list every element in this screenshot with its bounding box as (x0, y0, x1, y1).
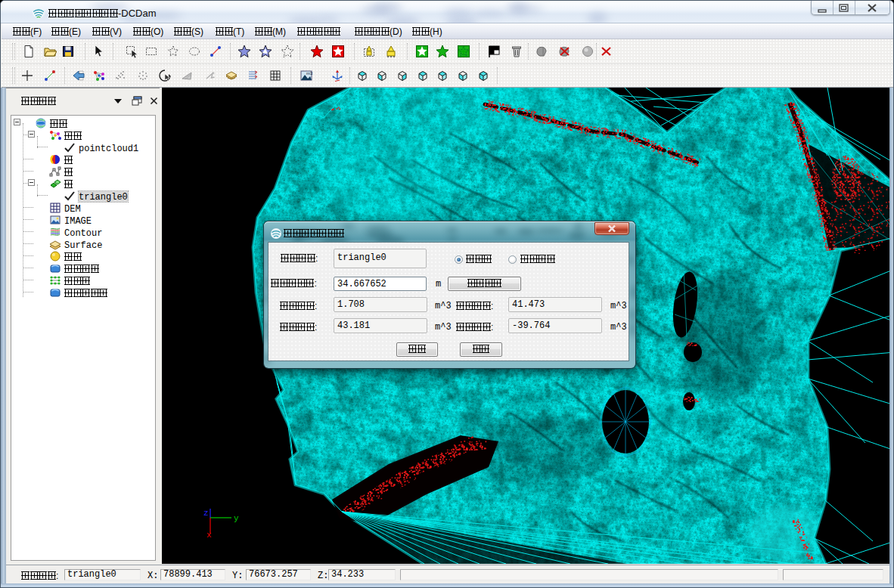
svg-text:m3: m3 (306, 71, 313, 76)
svg-text:x: x (206, 531, 212, 540)
svg-text:z: z (203, 509, 209, 518)
svg-text:y: y (234, 514, 239, 523)
